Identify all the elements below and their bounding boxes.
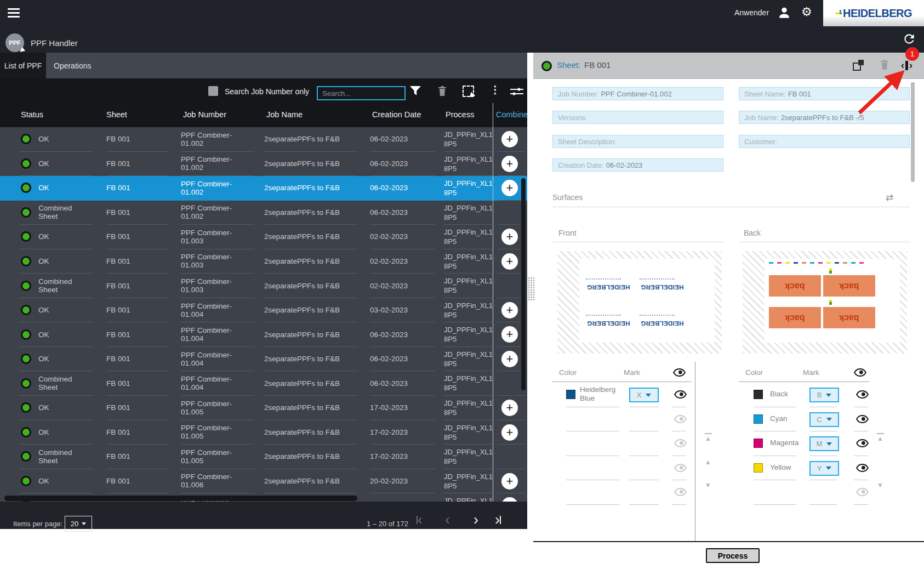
user-avatar-icon[interactable] [777, 5, 791, 20]
table-row[interactable]: Combined Sheet FB 001 PPF Combiner-01.00… [0, 371, 527, 396]
front-visibility-header-icon[interactable] [673, 368, 686, 377]
customer-field[interactable]: Customer: [739, 135, 910, 148]
visibility-toggle-icon[interactable] [856, 415, 869, 423]
panel-scrollbar[interactable] [911, 82, 915, 182]
table-row[interactable]: Combined Sheet FB 001 PPF Combiner-01.00… [0, 201, 527, 225]
move-to-top-button[interactable]: ▲ [876, 433, 885, 442]
move-down-button[interactable]: ▼ [876, 481, 885, 489]
table-row[interactable]: OK FB 001 PPF Combiner-01.004 2separateP… [0, 322, 527, 347]
move-up-button[interactable]: ▲ [704, 458, 712, 466]
mark-dropdown[interactable]: X [629, 388, 659, 402]
back-visibility-header-icon[interactable] [854, 368, 866, 377]
table-row[interactable]: OK FB 001 PPF Combiner-01.005 2separateP… [0, 420, 527, 445]
visibility-toggle-icon[interactable] [674, 415, 687, 423]
settings-gear-icon[interactable]: ⚙ [801, 5, 812, 19]
move-to-top-button[interactable]: ▲ [704, 433, 712, 442]
column-header-status[interactable]: Status [21, 110, 43, 119]
table-vertical-scrollbar[interactable] [521, 178, 526, 390]
visibility-toggle-icon[interactable] [674, 390, 687, 399]
combine-add-button[interactable]: + [501, 156, 518, 172]
first-page-button[interactable]: ‹ [417, 512, 423, 527]
status-text: Combined Sheet [38, 277, 93, 294]
swap-surfaces-icon[interactable]: ⇄ [886, 192, 893, 203]
table-row-selected[interactable]: OK FB 001 PPF Combiner-01.002 2separateP… [0, 176, 527, 201]
column-header-sheet[interactable]: Sheet [106, 110, 127, 119]
column-header-creation-date[interactable]: Creation Date [372, 110, 421, 119]
table-row[interactable]: OK FB 001 PPF Combiner-01.004 2separateP… [0, 298, 527, 323]
process-button[interactable]: Process [706, 548, 760, 563]
table-row[interactable]: Combined Sheet FB 001 PPF Combiner-01.00… [0, 445, 527, 469]
sheet-description-field[interactable]: Sheet Description: [552, 135, 723, 148]
search-job-number-checkbox[interactable] [208, 86, 218, 96]
delete-sheet-icon[interactable] [879, 59, 890, 71]
visibility-toggle-icon[interactable] [674, 439, 687, 447]
hamburger-menu-icon[interactable] [8, 8, 20, 18]
marquee-select-icon[interactable] [463, 86, 474, 97]
process-cell: JD_PPFin_XL1 8P5 [444, 396, 492, 420]
versions-field[interactable]: Versions: [552, 111, 723, 124]
combine-add-button[interactable]: + [501, 424, 518, 441]
mark-dropdown[interactable]: Y [809, 461, 839, 476]
column-header-job-number[interactable]: Job Number [183, 110, 226, 119]
job-number-field[interactable]: Job Number:PPF Combiner-01.002 [552, 87, 723, 100]
filter-icon[interactable] [410, 86, 421, 96]
notification-badge[interactable]: 1 [905, 47, 919, 61]
last-page-button[interactable]: › [495, 512, 501, 527]
combine-add-button[interactable]: + [501, 180, 518, 196]
column-header-combine[interactable]: Combine [496, 110, 527, 119]
next-page-button[interactable]: › [474, 512, 478, 527]
creation-date-cell: 02-02-2023 [370, 274, 435, 298]
sheet-name-field[interactable]: Sheet Name:FB 001 [739, 87, 910, 100]
previous-page-button[interactable]: ‹ [445, 512, 450, 527]
visibility-toggle-icon[interactable] [856, 439, 869, 447]
combine-add-button[interactable]: + [501, 351, 518, 367]
combine-add-button[interactable]: + [501, 131, 518, 147]
combine-add-button[interactable]: + [501, 326, 518, 343]
visibility-toggle-icon[interactable] [674, 488, 687, 496]
table-row[interactable]: OK FB 001 PPF Combiner-01.005 2separateP… [0, 396, 527, 420]
combine-add-button[interactable]: + [501, 229, 518, 245]
mark-dropdown[interactable]: B [809, 388, 839, 402]
more-options-icon[interactable]: ⋮ [490, 83, 500, 96]
combine-add-button[interactable]: + [501, 497, 518, 502]
job-name-field[interactable]: Job Name:2separatePPFs to F&B -/5 [739, 111, 910, 124]
table-row[interactable]: OK FB 001 PPF Combiner-01.003 2separateP… [0, 225, 527, 249]
sheet-cell: FB 001 [106, 201, 169, 225]
move-down-button[interactable]: ▼ [704, 481, 712, 489]
table-row[interactable]: OK FB 001 PPF Combiner-01.002 2separateP… [0, 152, 527, 177]
table-row[interactable]: Combined Sheet FB 001 PPF Combiner-01.00… [0, 274, 527, 298]
front-surface-preview[interactable]: HEIDELBERG HEIDELBERG HEIDELBERG HEIDELB… [557, 251, 722, 354]
delete-icon[interactable] [437, 85, 448, 97]
combine-add-button[interactable]: + [501, 400, 518, 416]
tab-operations[interactable]: Operations [46, 53, 99, 78]
visibility-toggle-icon[interactable] [674, 464, 687, 472]
mark-dropdown[interactable]: M [809, 436, 839, 451]
combine-add-button[interactable]: + [501, 473, 518, 490]
items-per-page-select[interactable]: 20 [65, 516, 92, 532]
combine-add-button[interactable]: + [501, 253, 518, 270]
table-row[interactable]: OK FB 001 PPF Combiner-01.004 2separateP… [0, 347, 527, 372]
panel-resize-handle[interactable] [528, 277, 535, 301]
column-header-process[interactable]: Process [446, 110, 474, 119]
search-input[interactable] [317, 86, 406, 100]
table-row[interactable]: OK FB 001 PPF Combiner-01.002 2separateP… [0, 127, 527, 152]
back-surface-preview[interactable]: back back back back [743, 251, 907, 354]
mark-dropdown[interactable]: C [809, 412, 839, 427]
column-settings-icon[interactable] [510, 87, 524, 96]
collapse-panel-icon[interactable]: ‹› [901, 59, 912, 71]
refresh-icon[interactable] [902, 32, 916, 46]
visibility-toggle-icon[interactable] [856, 464, 869, 472]
visibility-toggle-icon[interactable] [856, 488, 869, 496]
table-row[interactable]: OK FB 001 PPF Combiner-01.006 2separateP… [0, 469, 527, 494]
table-horizontal-scrollbar[interactable] [4, 496, 357, 501]
table-row[interactable]: OK FB 001 PPF Combiner-01.003 2separateP… [0, 249, 527, 274]
duplicate-sheet-icon[interactable] [853, 60, 864, 71]
combine-add-button[interactable]: + [501, 302, 518, 318]
color-row-empty [552, 456, 695, 481]
creation-date-cell: 20-02-2023 [370, 469, 435, 494]
visibility-toggle-icon[interactable] [856, 390, 869, 399]
creation-date-field[interactable]: Creation Date:06-02-2023 [552, 158, 723, 172]
status-ok-icon [21, 402, 31, 413]
tab-list-of-ppf[interactable]: List of PPF [0, 53, 46, 78]
column-header-job-name[interactable]: Job Name [266, 110, 303, 119]
